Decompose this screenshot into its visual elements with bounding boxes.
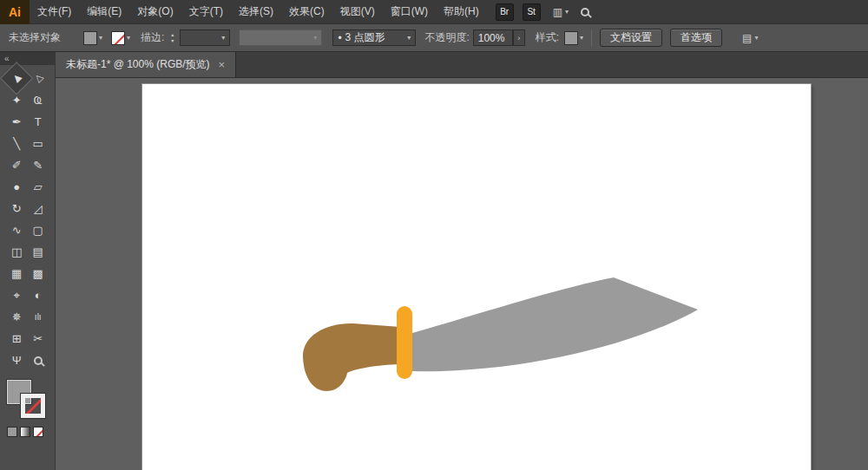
cs-live-icon[interactable] — [581, 8, 589, 16]
color-proxies — [7, 380, 47, 420]
sword-handle[interactable] — [303, 323, 400, 391]
style-label: 样式: — [536, 30, 559, 45]
fill-swatch — [83, 31, 97, 45]
menu-file[interactable]: 文件(F) — [30, 0, 79, 23]
selection-status: 未选择对象 — [9, 30, 61, 45]
stroke-weight-stepper[interactable]: ▴ ▾ — [168, 32, 177, 44]
artwork-scimitar[interactable] — [142, 84, 811, 470]
workspace: « ▶ ▷ ✦ Ҩ ✒ T ╲ ▭ ✐ ✎ ● ▱ ↻ ◿ ∿ ▢ ◫ ▤ — [0, 52, 868, 470]
hand-tool[interactable]: Ψ — [6, 349, 28, 371]
style-select[interactable]: ▾ — [564, 31, 583, 45]
brush-name: 3 点圆形 — [345, 30, 385, 45]
fill-color-control[interactable]: ▾ — [83, 31, 102, 45]
scale-tool[interactable]: ◿ — [28, 198, 49, 219]
gradient-mode-button[interactable] — [20, 427, 30, 437]
sword-blade[interactable] — [412, 277, 698, 371]
canvas-pasteboard[interactable] — [56, 78, 868, 470]
tools-panel: « ▶ ▷ ✦ Ҩ ✒ T ╲ ▭ ✐ ✎ ● ▱ ↻ ◿ ∿ ▢ ◫ ▤ — [0, 52, 56, 470]
illustrator-app: Ai 文件(F) 编辑(E) 对象(O) 文字(T) 选择(S) 效果(C) 视… — [0, 0, 868, 470]
document-tab[interactable]: 未标题-1* @ 100% (RGB/预览) × — [56, 52, 236, 77]
menu-effect[interactable]: 效果(C) — [281, 0, 332, 23]
menu-view[interactable]: 视图(V) — [332, 0, 383, 23]
opacity-label: 不透明度: — [424, 30, 469, 45]
menu-type[interactable]: 文字(T) — [181, 0, 231, 23]
collapse-icon: « — [4, 54, 9, 63]
slice-tool[interactable]: ✂ — [28, 328, 49, 349]
menu-object[interactable]: 对象(O) — [129, 0, 181, 23]
opacity-value: 100% — [478, 32, 505, 44]
type-tool[interactable]: T — [28, 111, 49, 133]
none-mode-button[interactable] — [33, 427, 43, 437]
menu-edit[interactable]: 编辑(E) — [79, 0, 129, 23]
document-title: 未标题-1* @ 100% (RGB/预览) — [66, 57, 210, 72]
brush-preview-icon: • — [338, 32, 341, 44]
close-icon[interactable]: × — [219, 58, 226, 71]
preferences-button[interactable]: 首选项 — [670, 29, 722, 47]
chevron-down-icon: ▾ — [313, 34, 317, 42]
zoom-tool[interactable] — [28, 349, 49, 371]
blob-brush-tool[interactable]: ● — [6, 176, 28, 198]
magnifier-icon — [581, 8, 589, 16]
menubar: Ai 文件(F) 编辑(E) 对象(O) 文字(T) 选择(S) 效果(C) 视… — [0, 0, 868, 24]
color-mode-button[interactable] — [7, 427, 17, 437]
perspective-grid-tool[interactable]: ▤ — [28, 241, 49, 263]
menu-window[interactable]: 窗口(W) — [383, 0, 436, 23]
panel-flyout-icon: ▤ — [742, 32, 752, 44]
bridge-button[interactable]: Br — [496, 3, 514, 21]
chevron-down-icon: ▾ — [580, 34, 583, 42]
style-swatch — [564, 31, 578, 45]
chevron-down-icon: ▾ — [127, 34, 130, 42]
zoom-icon — [34, 356, 43, 365]
width-tool[interactable]: ∿ — [6, 219, 28, 241]
opacity-input[interactable]: 100% — [473, 29, 513, 46]
sword-guard[interactable] — [397, 306, 412, 379]
none-slash-icon — [23, 394, 45, 418]
chevron-down-icon: ▾ — [754, 34, 758, 42]
pencil-tool[interactable]: ✎ — [28, 154, 49, 176]
gradient-tool[interactable]: ▩ — [28, 263, 49, 284]
menu-select[interactable]: 选择(S) — [231, 0, 281, 23]
menu-help[interactable]: 帮助(H) — [436, 0, 487, 23]
opacity-panel-button[interactable]: › — [513, 29, 525, 46]
control-bar: 未选择对象 ▾ ▾ 描边: ▴ ▾ ▾ ▾ • 3 点圆形 ▾ 不透明度: 10… — [0, 24, 868, 52]
line-segment-tool[interactable]: ╲ — [6, 133, 28, 154]
document-area: 未标题-1* @ 100% (RGB/预览) × — [56, 52, 868, 470]
eraser-tool[interactable]: ▱ — [28, 176, 49, 198]
stroke-color-control[interactable]: ▾ — [111, 31, 130, 45]
rectangle-tool[interactable]: ▭ — [28, 133, 49, 154]
chevron-down-icon: ▾ — [221, 34, 225, 42]
width-profile-select: ▾ — [239, 29, 322, 46]
stroke-none-swatch — [111, 31, 125, 45]
rotate-tool[interactable]: ↻ — [6, 198, 28, 219]
app-logo[interactable]: Ai — [0, 0, 30, 24]
brush-select[interactable]: • 3 点圆形 ▾ — [332, 29, 416, 46]
st-button[interactable]: St — [523, 3, 541, 21]
artboard[interactable] — [142, 84, 811, 470]
artboard-tool[interactable]: ⊞ — [6, 328, 28, 349]
spinner-down-icon[interactable]: ▾ — [168, 38, 177, 44]
blend-tool[interactable]: ◐ — [28, 284, 49, 306]
shape-builder-tool[interactable]: ◫ — [6, 241, 28, 263]
panel-flyout-control[interactable]: ▤ ▾ — [742, 32, 758, 44]
chevron-down-icon: ▾ — [99, 34, 102, 42]
spinner-up-icon[interactable]: ▴ — [168, 32, 177, 38]
stroke-proxy[interactable] — [21, 394, 45, 418]
separator — [591, 29, 592, 47]
eyedropper-tool[interactable]: ⌖ — [6, 284, 28, 306]
chevron-down-icon: ▾ — [565, 8, 569, 16]
stroke-weight-select[interactable]: ▾ — [180, 29, 230, 46]
tools-collapse-button[interactable]: « — [0, 52, 55, 65]
symbol-sprayer-tool[interactable]: ✵ — [6, 306, 28, 328]
stroke-weight-label: 描边: — [141, 30, 164, 45]
column-graph-tool[interactable]: ılı — [28, 306, 49, 328]
document-setup-button[interactable]: 文档设置 — [600, 29, 662, 47]
workspace-icon: ▥ — [553, 6, 562, 18]
chevron-down-icon: ▾ — [407, 34, 411, 42]
paintbrush-tool[interactable]: ✐ — [6, 154, 28, 176]
tools-grid: ▶ ▷ ✦ Ҩ ✒ T ╲ ▭ ✐ ✎ ● ▱ ↻ ◿ ∿ ▢ ◫ ▤ ▦ ▩ — [0, 65, 55, 371]
mesh-tool[interactable]: ▦ — [6, 263, 28, 284]
pen-tool[interactable]: ✒ — [6, 111, 28, 133]
free-transform-tool[interactable]: ▢ — [28, 219, 49, 241]
workspace-switcher[interactable]: ▥ ▾ — [553, 6, 569, 18]
paint-mode-buttons — [7, 427, 55, 437]
